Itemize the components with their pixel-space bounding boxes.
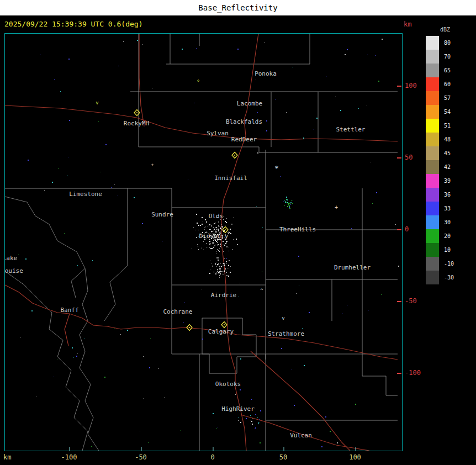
scan-timestamp: 2025/09/22 15:39:39 UTC 0.6(deg)	[4, 20, 142, 28]
legend-value: 48	[444, 136, 451, 142]
city-label-limestone: Limestone	[69, 191, 102, 198]
right-axis-tick-label: -100	[405, 369, 421, 377]
map-symbol-layer: v◇+*+^v	[96, 78, 338, 321]
legend-value: 51	[444, 123, 451, 129]
map-symbol-icon: ◇	[197, 78, 200, 83]
right-axis-unit: km	[404, 20, 411, 28]
legend-swatch	[426, 174, 439, 188]
right-axis-tick-label: 100	[405, 82, 417, 89]
legend-swatch	[426, 77, 439, 91]
city-label-blackfalds: Blackfalds	[226, 118, 262, 125]
legend-entry: 65	[426, 64, 454, 77]
highway-lines	[5, 34, 398, 451]
legend-value: 70	[444, 54, 451, 60]
legend-swatch	[426, 257, 439, 271]
city-label-layer: PonokaLacombeBlackfaldsSylvanRedDeerStet…	[5, 70, 371, 439]
city-label-sylvan: Sylvan	[207, 130, 229, 137]
legend-entry: 10	[426, 243, 454, 257]
station-marker-icon-reddeer-site	[232, 152, 237, 158]
legend-entry: 48	[426, 133, 454, 146]
city-label-drumheller: Drumheller	[334, 264, 371, 271]
legend-entry: 80	[426, 36, 454, 50]
bottom-axis-tick-label: 0	[200, 453, 225, 461]
city-label-lacombe: Lacombe	[237, 100, 262, 107]
map-symbol-icon: +	[151, 162, 154, 167]
map-symbol-icon: v	[96, 100, 98, 105]
radar-map-canvas[interactable]: v◇+*+^v PonokaLacombeBlackfaldsSylvanRed…	[4, 33, 403, 451]
title-bar: Base_Reflectivity	[0, 0, 476, 15]
city-label-banff: Banff	[60, 307, 78, 314]
legend-swatch	[426, 202, 439, 215]
legend-entry: 36	[426, 188, 454, 202]
county-boundary-lines	[5, 34, 398, 451]
radar-map-svg: v◇+*+^v PonokaLacombeBlackfaldsSylvanRed…	[5, 34, 402, 451]
city-label-highriver: HighRiver	[221, 405, 255, 413]
city-label-rockymh: RockyMH	[124, 120, 149, 127]
city-label-stettler: Stettler	[336, 126, 366, 133]
legend-value: 10	[444, 247, 451, 253]
city-label-vulcan: Vulcan	[290, 432, 312, 439]
legend-entry: 70	[426, 50, 454, 64]
map-symbol-icon: ^	[260, 288, 263, 293]
city-label-louise: Louise	[5, 267, 23, 274]
city-label-lake: Lake	[5, 255, 17, 262]
legend-value: 20	[444, 233, 451, 239]
city-label-calgary: Calgary	[208, 328, 234, 335]
legend-swatch	[426, 133, 439, 146]
legend-value: 65	[444, 67, 451, 73]
window-title: Base_Reflectivity	[198, 3, 277, 12]
city-label-ponoka: Ponoka	[255, 70, 277, 77]
legend-swatch	[426, 188, 439, 202]
right-axis-tick-label: 50	[405, 154, 412, 161]
map-symbol-icon: +	[335, 204, 338, 210]
legend-entry: 30	[426, 215, 454, 229]
legend-entry: -30	[426, 271, 454, 284]
legend-value: 45	[444, 150, 451, 156]
legend-swatch	[426, 91, 439, 105]
map-symbol-icon: *	[274, 164, 279, 172]
legend-value: -30	[444, 274, 454, 281]
legend-entry: 57	[426, 91, 454, 105]
legend-entry: 45	[426, 146, 454, 160]
city-label-reddeer: RedDeer	[231, 136, 257, 143]
bottom-axis-tick-label: 100	[343, 453, 367, 461]
city-label-olds: Olds	[209, 213, 224, 220]
legend-swatch	[426, 119, 439, 133]
legend-value: 57	[444, 95, 451, 101]
legend-scale: 80706560575451484542393633302010-10-30	[426, 36, 454, 284]
city-label-innisfail: Innisfail	[214, 175, 247, 182]
legend-value: -10	[444, 261, 454, 267]
right-axis-tick-label: -50	[405, 297, 417, 305]
legend-entry: 54	[426, 105, 454, 119]
bottom-axis-tick-label: -50	[129, 453, 153, 461]
legend-entry: 20	[426, 229, 454, 243]
legend-swatch	[426, 160, 439, 174]
bottom-axis-unit: km	[3, 453, 11, 461]
legend-entry: 60	[426, 77, 454, 91]
legend-value: 60	[444, 81, 451, 87]
city-label-airdrie: Airdrie	[211, 292, 236, 299]
bottom-axis-tick-label: -100	[57, 453, 81, 461]
legend-unit-label: dBZ	[440, 27, 454, 33]
legend-swatch	[426, 146, 439, 160]
legend-entry: 42	[426, 160, 454, 174]
city-label-threehills: ThreeHills	[279, 226, 316, 233]
legend-swatch	[426, 229, 439, 243]
radar-echo-layer	[18, 39, 399, 447]
legend-swatch	[426, 243, 439, 257]
legend-swatch	[426, 36, 439, 50]
legend-value: 39	[444, 178, 451, 184]
legend-swatch	[426, 105, 439, 119]
city-label-cochrane: Cochrane	[163, 308, 193, 315]
legend-entry: 51	[426, 119, 454, 133]
reflectivity-legend: dBZ 80706560575451484542393633302010-10-…	[426, 27, 454, 284]
legend-entry: 33	[426, 202, 454, 215]
legend-entry: 39	[426, 174, 454, 188]
legend-swatch	[426, 215, 439, 229]
station-marker-icon-calgary-site	[221, 322, 227, 328]
bottom-axis-tick-label: 50	[271, 453, 295, 461]
legend-value: 80	[444, 40, 451, 46]
legend-value: 42	[444, 164, 451, 170]
legend-value: 30	[444, 219, 451, 225]
legend-swatch	[426, 271, 439, 284]
